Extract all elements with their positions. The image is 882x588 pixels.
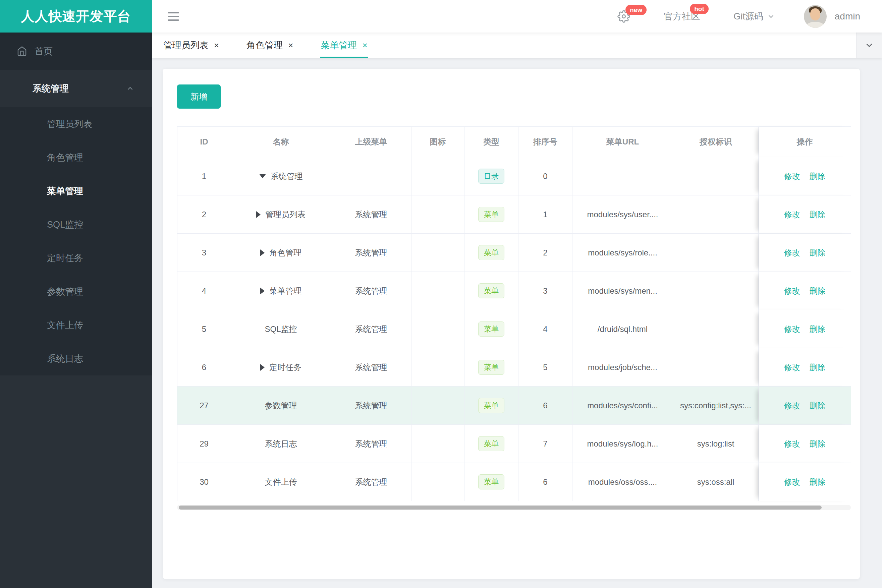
header-main: new 官方社区 hot Git源码 admin <box>152 0 882 33</box>
tab-0[interactable]: 管理员列表× <box>163 33 220 58</box>
caret-down-icon[interactable] <box>259 174 266 178</box>
sidebar-group-system-title[interactable]: 系统管理 <box>0 70 152 107</box>
column-header: 菜单URL <box>572 127 673 157</box>
delete-link[interactable]: 删除 <box>810 363 826 372</box>
delete-link[interactable]: 删除 <box>810 401 826 410</box>
cell-type: 菜单 <box>464 348 518 387</box>
cell-auth: sys:log:list <box>673 425 759 463</box>
caret-right-icon[interactable] <box>260 288 264 294</box>
sidebar-item-0[interactable]: 管理员列表 <box>0 107 152 141</box>
sidebar-toggle-button[interactable] <box>166 10 180 23</box>
delete-link[interactable]: 删除 <box>810 286 826 296</box>
edit-link[interactable]: 修改 <box>784 210 800 219</box>
community-link[interactable]: 官方社区 hot <box>664 10 700 22</box>
delete-link[interactable]: 删除 <box>810 439 826 448</box>
edit-link[interactable]: 修改 <box>784 363 800 372</box>
cell-id: 5 <box>177 310 231 348</box>
app-window: 人人快速开发平台 new 官方社区 hot <box>0 0 882 588</box>
settings-menu[interactable]: new <box>618 10 630 23</box>
cell-sort: 1 <box>518 195 572 234</box>
tab-close-icon[interactable]: × <box>288 40 293 51</box>
cell-type: 菜单 <box>464 310 518 348</box>
delete-link[interactable]: 删除 <box>810 324 826 333</box>
sidebar-item-home[interactable]: 首页 <box>0 33 152 70</box>
cell-name: 系统管理 <box>231 157 331 195</box>
type-tag: 菜单 <box>478 245 504 260</box>
edit-link[interactable]: 修改 <box>784 286 800 296</box>
cell-url: modules/sys/role.... <box>572 234 673 272</box>
sidebar-item-label: 角色管理 <box>47 152 83 164</box>
cell-parent: 系统管理 <box>331 425 412 463</box>
cell-icon <box>412 425 464 463</box>
column-header: ID <box>177 127 231 157</box>
tab-2[interactable]: 菜单管理× <box>320 33 368 58</box>
cell-name: 文件上传 <box>231 463 331 501</box>
delete-link[interactable]: 删除 <box>810 477 826 486</box>
tab-close-icon[interactable]: × <box>362 40 367 51</box>
cell-url: /druid/sql.html <box>572 310 673 348</box>
app-logo[interactable]: 人人快速开发平台 <box>0 0 152 33</box>
cell-auth <box>673 272 759 310</box>
tab-close-icon[interactable]: × <box>214 40 219 51</box>
user-menu[interactable]: admin <box>804 5 860 28</box>
cell-name: 定时任务 <box>231 348 331 387</box>
sidebar-item-label: 菜单管理 <box>47 185 83 197</box>
edit-link[interactable]: 修改 <box>784 401 800 410</box>
sidebar-item-7[interactable]: 系统日志 <box>0 342 152 375</box>
sidebar-item-label: 管理员列表 <box>47 118 92 130</box>
edit-link[interactable]: 修改 <box>784 477 800 486</box>
type-tag: 菜单 <box>478 360 504 375</box>
sidebar-item-4[interactable]: 定时任务 <box>0 242 152 275</box>
column-header: 图标 <box>412 127 464 157</box>
tab-label: 角色管理 <box>246 39 283 51</box>
delete-link[interactable]: 删除 <box>810 172 826 181</box>
tab-label: 管理员列表 <box>163 39 209 51</box>
cell-sort: 6 <box>518 387 572 425</box>
edit-link[interactable]: 修改 <box>784 324 800 333</box>
cell-auth: sys:oss:all <box>673 463 759 501</box>
add-button[interactable]: 新增 <box>177 84 221 109</box>
cell-url: modules/sys/user.... <box>572 195 673 234</box>
cell-parent: 系统管理 <box>331 348 412 387</box>
cell-icon <box>412 348 464 387</box>
caret-right-icon[interactable] <box>260 364 264 371</box>
delete-link[interactable]: 删除 <box>810 248 826 257</box>
edit-link[interactable]: 修改 <box>784 248 800 257</box>
sidebar-item-2[interactable]: 菜单管理 <box>0 174 152 208</box>
cell-actions: 修改删除 <box>759 234 851 272</box>
git-source-menu[interactable]: Git源码 <box>733 10 775 22</box>
cell-auth <box>673 348 759 387</box>
tab-dropdown-button[interactable] <box>856 33 882 58</box>
table-row: 1系统管理目录0修改删除 <box>177 157 851 195</box>
table-row: 6定时任务系统管理菜单5modules/job/sche...修改删除 <box>177 348 851 387</box>
cell-url: modules/sys/log.h... <box>572 425 673 463</box>
table-row: 2管理员列表系统管理菜单1modules/sys/user....修改删除 <box>177 195 851 234</box>
tab-list: 管理员列表×角色管理×菜单管理× <box>163 33 394 58</box>
caret-right-icon[interactable] <box>260 249 264 256</box>
cell-url: modules/sys/men... <box>572 272 673 310</box>
sidebar-item-1[interactable]: 角色管理 <box>0 141 152 174</box>
sidebar-item-3[interactable]: SQL监控 <box>0 208 152 242</box>
horizontal-scrollbar[interactable] <box>177 505 851 510</box>
caret-right-icon[interactable] <box>256 211 261 218</box>
cell-parent: 系统管理 <box>331 387 412 425</box>
cell-type: 目录 <box>464 157 518 195</box>
edit-link[interactable]: 修改 <box>784 439 800 448</box>
cell-name: 参数管理 <box>231 387 331 425</box>
tab-1[interactable]: 角色管理× <box>246 33 294 58</box>
cell-icon <box>412 272 464 310</box>
cell-sort: 0 <box>518 157 572 195</box>
app-title: 人人快速开发平台 <box>21 7 131 26</box>
sidebar-item-5[interactable]: 参数管理 <box>0 275 152 308</box>
cell-actions: 修改删除 <box>759 195 851 234</box>
new-badge: new <box>625 5 646 15</box>
scrollbar-thumb[interactable] <box>179 506 822 510</box>
delete-link[interactable]: 删除 <box>810 210 826 219</box>
cell-actions: 修改删除 <box>759 272 851 310</box>
cell-sort: 3 <box>518 272 572 310</box>
edit-link[interactable]: 修改 <box>784 172 800 181</box>
hamburger-icon <box>168 12 179 14</box>
sidebar-item-6[interactable]: 文件上传 <box>0 308 152 342</box>
chevron-down-icon <box>766 12 775 21</box>
table-row: 27参数管理系统管理菜单6modules/sys/confi...sys:con… <box>177 387 851 425</box>
